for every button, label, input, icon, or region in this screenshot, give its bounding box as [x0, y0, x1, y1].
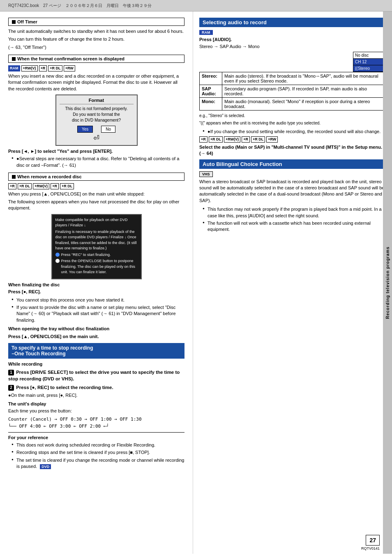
audio-table: Stereo: Main audio (stereo). If the broa…: [199, 72, 386, 111]
ram-badge: RAM: [199, 30, 213, 35]
reference-section: For your reference This does not work du…: [8, 432, 184, 470]
enter-icon: ⏎: [60, 134, 134, 143]
page-number: 27: [369, 537, 376, 543]
stereo-path: Stereo → SAP Audio → Mono: [199, 44, 386, 50]
otr-step2: 2 Press [●, REC] to select the recording…: [8, 384, 184, 391]
badge-rwv: +RW(V): [21, 65, 38, 71]
page-number-box: 27: [366, 535, 380, 546]
badge-rdl5: +R DL: [251, 136, 265, 143]
sap-text: Secondary audio program (SAP). If record…: [222, 85, 386, 97]
counter-line2: └── OFF 4:00 ← OFF 3:00 ← OFF 2:00 ←┘: [8, 423, 184, 429]
finalize-row-3: Press "REC" to start finalizing.: [55, 252, 138, 258]
format-notes: ●Several steps are necessary to format a…: [8, 156, 184, 168]
off-timer-title: Off Timer: [8, 18, 184, 26]
display-note-2: "((" appears when the unit is receiving …: [199, 120, 386, 126]
reference-title: For your reference: [8, 435, 184, 441]
auto-bilingual-title: Auto Bilingual Choice Function: [199, 159, 386, 169]
display-row-2: CH 12: [353, 59, 385, 65]
stereo-text: Main audio (stereo). If the broadcast is…: [222, 72, 386, 85]
badge-r4: +R: [199, 136, 208, 143]
audio-note: ●If you change the sound setting while r…: [204, 129, 386, 135]
format-section-title: When the format confirmation screen is d…: [8, 55, 184, 63]
ref-note-3: The set time is cleared if you change th…: [13, 457, 184, 470]
bilingual-notes: This function may not work properly if t…: [199, 206, 386, 233]
step-num-1: 1: [8, 370, 14, 375]
finalize-row-2: Finalizing is necessary to enable playba…: [55, 229, 138, 251]
dialog-no-btn[interactable]: No: [101, 126, 115, 133]
ref-note-1: This does not work during scheduled reco…: [13, 442, 184, 448]
press-instruction: Press [◄, ►] to select "Yes" and press […: [8, 148, 184, 154]
off-timer-section: Off Timer The unit automatically switche…: [8, 18, 184, 51]
circle-icon-white: [55, 259, 60, 263]
display-row-1: No disc: [353, 52, 385, 59]
audio-badges2: +R +R DL +RW(V) +R +R DL +RW: [199, 136, 386, 143]
remove-disc-text2: The following screen appears when you ha…: [8, 199, 184, 212]
side-tab: Recording television programs: [383, 12, 392, 554]
section-bullet-2: [12, 57, 16, 61]
bilingual-note-1: This function may not work properly if t…: [204, 206, 386, 219]
off-timer-text1: The unit automatically switches to stand…: [8, 28, 184, 35]
bilingual-text1: When a stereo broadcast or SAP broadcast…: [199, 179, 386, 204]
dialog-yes-btn[interactable]: Yes: [77, 126, 93, 133]
stereo-label: Stereo:: [200, 72, 222, 85]
otr-box: To specify a time to stop recording −One…: [8, 343, 184, 359]
dvd-badge: DVD: [40, 464, 51, 469]
while-recording-label: While recording: [8, 361, 184, 367]
finalizing-note-2: If you want to provide the disc with a n…: [13, 304, 184, 323]
rqtv-code: RQTV0141: [361, 546, 380, 550]
off-timer-text3: (→ 63, "Off Timer"): [8, 44, 184, 51]
display-sim: No disc CH 12 ((Stereo: [353, 52, 386, 72]
finalize-text-2: Finalizing is necessary to enable playba…: [55, 229, 138, 251]
step-num-2: 2: [8, 385, 14, 391]
badge-ram: RAM: [8, 65, 20, 71]
table-row-mono: Mono: Main audio (monaural). Select "Mon…: [200, 97, 386, 110]
format-dialog: Format This disc is not formatted proper…: [55, 94, 138, 146]
finalize-dialog: Make compatible for playback on other DV…: [51, 214, 142, 279]
vhs-badge: VHS: [199, 171, 213, 177]
finalize-row-4: Press the OPEN/CLOSE button to postpone …: [55, 258, 138, 275]
remove-disc-section: When remove a recorded disc +R +R DL +RW…: [8, 173, 184, 340]
display-row-3: ((Stereo: [353, 65, 385, 71]
select-audio-title: Selecting audio to record: [199, 18, 386, 27]
finalize-row-1: Make compatible for playback on other DV…: [55, 217, 138, 228]
remove-disc-title: When remove a recorded disc: [8, 173, 184, 181]
side-tab-text: Recording television programs: [385, 246, 390, 319]
finalizing-note-1: You cannot stop this process once you ha…: [13, 297, 184, 303]
otr-step1: 1 Press [DRIVE SELECT] to select the dri…: [8, 369, 184, 382]
display-note-1: e.g., "Stereo" is selected.: [199, 113, 386, 119]
opening-tray-press: Press [▲, OPEN/CLOSE] on the main unit.: [8, 334, 184, 340]
section-bullet-3: [12, 175, 16, 179]
badge-rdl4: +R DL: [209, 136, 223, 143]
select-audio-content: RAM Press [AUDIO]. Stereo → SAP Audio → …: [199, 30, 386, 157]
otr-step2-note: ●On the main unit, press [●, REC].: [8, 392, 184, 398]
right-column: Selecting audio to record RAM Press [AUD…: [193, 12, 392, 554]
units-display-text: Each time you press the button:: [8, 408, 184, 414]
finalize-text-3: Press "REC" to start finalizing.: [61, 252, 111, 258]
badge-rdl: +R DL: [48, 65, 62, 71]
otr-box-title: To specify a time to stop recording: [12, 345, 181, 351]
mts-instruction: Select the audio (Main or SAP) in "Multi…: [199, 144, 386, 157]
ref-note-2: Recording stops and the set time is clea…: [13, 449, 184, 456]
file-info: RQT7423C.book 27 ページ ２００６年２月６日 月曜日 午後３時２…: [8, 3, 152, 9]
finalize-text-4: Press the OPEN/CLOSE button to postpone …: [61, 258, 138, 275]
when-finalizing-title: When finalizing the disc: [8, 282, 184, 288]
when-finalizing-press: Press [●, REC].: [8, 289, 184, 295]
badge-rw2: +RW: [266, 136, 278, 143]
otr-box-sub: −One Touch Recording: [12, 351, 181, 357]
bilingual-note-2: The function will not work with a casset…: [204, 220, 386, 233]
format-text1: When you insert a new disc and a disc re…: [8, 73, 184, 92]
opening-tray-title: When opening the tray without disc final…: [8, 326, 184, 332]
dialog-body: This disc is not formatted properly. Do …: [60, 106, 134, 123]
mono-text: Main audio (monaural). Select "Mono" if …: [222, 97, 386, 110]
press-audio: Press [AUDIO].: [199, 37, 386, 43]
badge-rwv2: +RW(V): [33, 183, 49, 189]
badge-r5: +R: [242, 136, 250, 143]
badge-rdl2: +R DL: [18, 183, 32, 189]
left-column: Off Timer The unit automatically switche…: [0, 12, 193, 554]
table-row-sap: SAP Audio: Secondary audio program (SAP)…: [200, 85, 386, 97]
format-section: When the format confirmation screen is d…: [8, 55, 184, 168]
section-bullet: [12, 20, 16, 24]
when-finalizing-notes: You cannot stop this process once you ha…: [8, 297, 184, 324]
remove-disc-text1: When you press [▲, OPEN/CLOSE] on the ma…: [8, 191, 184, 197]
format-note-1: ●Several steps are necessary to format a…: [13, 156, 184, 168]
